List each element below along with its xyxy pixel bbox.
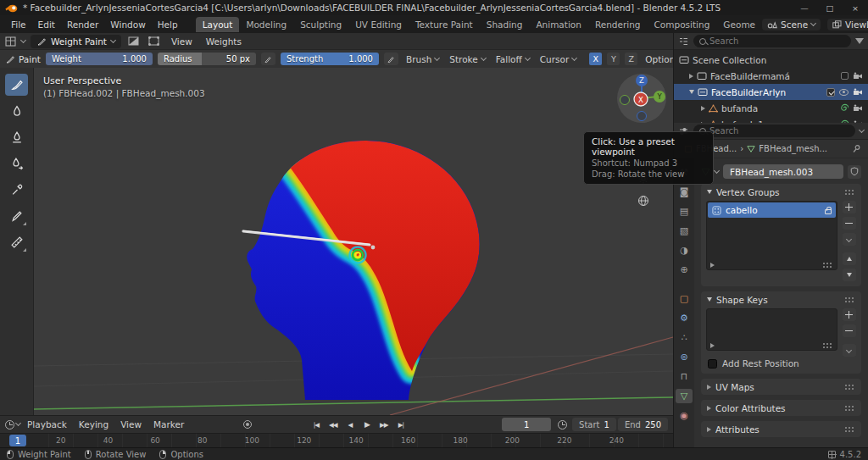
play-button[interactable]: ▶	[359, 418, 375, 431]
tool-average[interactable]	[5, 126, 28, 148]
outliner-search[interactable]	[693, 35, 851, 47]
workspace-tab-layout[interactable]: Layout	[196, 17, 240, 32]
tool-annotate[interactable]	[5, 205, 28, 227]
menu-weights[interactable]: Weights	[202, 35, 246, 48]
brush-dropdown[interactable]: Brush	[403, 53, 442, 66]
exclude-checkbox[interactable]	[841, 72, 849, 80]
menu-render[interactable]: Render	[61, 18, 104, 31]
outliner-row-bufanda[interactable]: bufanda	[674, 100, 868, 116]
panel-expand-icon[interactable]	[707, 385, 711, 390]
gizmo-z-axis[interactable]: Z	[636, 75, 648, 86]
panel-grip-icon[interactable]	[844, 297, 855, 302]
gizmo-x-axis[interactable]: X	[634, 92, 648, 106]
playhead[interactable]: 1	[9, 435, 26, 446]
auto-keying-icon[interactable]	[243, 420, 252, 429]
current-frame-field[interactable]: 1	[502, 418, 551, 431]
panel-shape-keys-header[interactable]: Shape Keys	[701, 291, 861, 308]
workspace-tab-animation[interactable]: Animation	[529, 17, 588, 32]
weight-slider[interactable]: Weight 1.000	[46, 53, 153, 65]
add-vertex-group-button[interactable]	[843, 201, 856, 213]
disclosure-icon[interactable]	[689, 90, 694, 94]
menu-window[interactable]: Window	[104, 18, 151, 31]
clock-icon[interactable]	[558, 420, 567, 430]
falloff-dropdown[interactable]: Falloff	[493, 53, 532, 66]
navigation-gizmo[interactable]: Z Y X	[615, 72, 668, 125]
frame-end-field[interactable]: End 250	[618, 418, 668, 431]
tool-paint-brush[interactable]	[5, 74, 28, 96]
mode-selector[interactable]: Weight Paint	[31, 35, 121, 48]
camera-icon[interactable]	[853, 104, 863, 113]
workspace-tab-compositing[interactable]: Compositing	[648, 17, 717, 32]
tab-output[interactable]: ▤	[676, 204, 693, 219]
minimize-button[interactable]: —	[792, 0, 817, 15]
head-mesh[interactable]	[243, 141, 480, 400]
play-reverse-button[interactable]: ◀	[342, 418, 358, 431]
outliner-row-facebuildermama[interactable]: FaceBuildermamá	[674, 68, 868, 84]
tool-measure[interactable]	[5, 231, 28, 253]
panel-expand-icon[interactable]	[707, 406, 711, 411]
viewlayer-selector[interactable]: ViewLayer	[827, 19, 868, 30]
grid-globe-icon[interactable]	[636, 193, 651, 208]
tab-scene[interactable]: ◑	[676, 243, 693, 258]
mirror-y-toggle[interactable]: Y	[607, 53, 620, 65]
outliner-row-scene-collection[interactable]: Scene Collection	[674, 52, 868, 68]
disclosure-icon[interactable]	[701, 106, 705, 111]
outliner-search-input[interactable]	[709, 36, 845, 46]
list-filter-expand-icon[interactable]	[710, 263, 715, 268]
workspace-tab-uv-editing[interactable]: UV Editing	[348, 17, 409, 32]
workspace-tab-rendering[interactable]: Rendering	[588, 17, 648, 32]
menu-edit[interactable]: Edit	[32, 18, 61, 31]
mirror-z-toggle[interactable]: Z	[625, 53, 637, 65]
eye-icon[interactable]	[839, 89, 849, 96]
shield-icon[interactable]	[848, 165, 861, 179]
gizmo-y-axis[interactable]: Y	[654, 91, 665, 103]
tab-view-layer[interactable]: ▧	[676, 224, 693, 238]
panel-grip-icon[interactable]	[844, 426, 855, 432]
add-shape-key-button[interactable]	[843, 308, 856, 321]
add-rest-position-checkbox[interactable]	[708, 359, 717, 369]
shape-keys-list[interactable]	[706, 308, 837, 351]
vertex-group-specials-button[interactable]	[843, 233, 856, 246]
workspace-tab-texture-paint[interactable]: Texture Paint	[409, 17, 480, 32]
next-keyframe-button[interactable]: ▶▶	[376, 418, 392, 431]
properties-search[interactable]	[693, 125, 855, 137]
options-dropdown[interactable]: Option...	[643, 53, 673, 66]
menu-view[interactable]: View	[115, 418, 147, 431]
menu-playback[interactable]: Playback	[22, 418, 72, 431]
radius-slider[interactable]: Radius 50 px	[158, 53, 256, 65]
radius-pressure-button[interactable]	[261, 53, 275, 65]
editor-type-icon[interactable]	[5, 36, 16, 47]
tab-world[interactable]: ⊕	[676, 263, 693, 277]
mirror-x-toggle[interactable]: X	[589, 53, 602, 65]
panel-grip-icon[interactable]	[844, 189, 855, 195]
panel-vertex-groups-header[interactable]: Vertex Groups	[701, 184, 861, 200]
spiral-icon[interactable]	[839, 103, 849, 113]
pin-icon[interactable]	[852, 144, 861, 153]
gizmo-z-negative[interactable]	[637, 112, 647, 121]
menu-marker[interactable]: Marker	[148, 418, 189, 431]
list-grip-icon[interactable]	[822, 342, 833, 348]
jump-to-start-button[interactable]: |◀	[308, 418, 324, 431]
chevron-down-icon[interactable]	[714, 167, 720, 173]
workspace-tab-sculpting[interactable]: Sculpting	[293, 17, 348, 32]
camera-icon[interactable]	[853, 88, 863, 97]
tab-particles[interactable]: ∴	[676, 330, 693, 345]
panel-grip-icon[interactable]	[844, 405, 855, 411]
cursor-dropdown[interactable]: Cursor	[537, 53, 580, 66]
tab-constraints[interactable]: ⊓	[676, 369, 693, 384]
panel-color-attributes-header[interactable]: Color Attributes	[701, 400, 861, 416]
timeline-editor-icon[interactable]	[5, 420, 14, 430]
viewport-3d[interactable]: User Perspective (1) FBHead.002 | FBHead…	[34, 68, 673, 415]
remove-shape-key-button[interactable]	[843, 324, 856, 337]
camera-icon[interactable]	[853, 72, 863, 80]
scene-selector[interactable]: Scene	[762, 19, 821, 30]
mesh-name-field[interactable]: FBHead_mesh.003	[723, 164, 843, 179]
tool-blur[interactable]	[5, 100, 28, 122]
frame-start-field[interactable]: Start 1	[572, 418, 616, 431]
panel-uv-maps-header[interactable]: UV Maps	[701, 379, 861, 395]
tab-object-data[interactable]: ▽	[676, 389, 693, 403]
gizmo-y-negative[interactable]	[620, 96, 630, 105]
tab-physics[interactable]: ⊚	[676, 350, 693, 364]
panel-attributes-header[interactable]: Attributes	[701, 421, 861, 437]
tab-object[interactable]: ▢	[676, 291, 693, 306]
